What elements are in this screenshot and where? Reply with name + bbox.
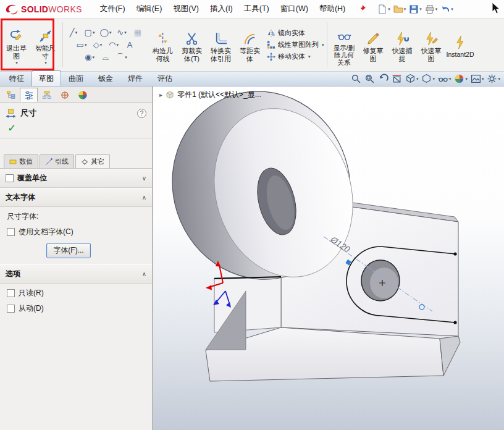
dropdown-caret-icon[interactable]: ▾ xyxy=(92,55,94,60)
model-3d-view[interactable]: Ø120 xyxy=(153,86,504,430)
feature-manager-tab[interactable] xyxy=(2,88,20,102)
menu-file[interactable]: 文件(F) xyxy=(94,1,131,17)
override-units-header[interactable]: 覆盖单位 ∨ xyxy=(0,169,152,188)
dropdown-caret-icon[interactable]: ▾ xyxy=(124,30,127,35)
menu-window[interactable]: 窗口(W) xyxy=(275,1,314,17)
sketch-fillet-button[interactable]: ⌒▾ xyxy=(114,51,130,63)
sketch-endpoint[interactable] xyxy=(453,321,456,324)
dropdown-caret-icon[interactable]: ▾ xyxy=(100,43,103,48)
dropdown-caret-icon[interactable]: ▾ xyxy=(416,77,419,82)
graphics-viewport[interactable]: ▸ 零件1 (默认<<默认>_显... xyxy=(153,86,504,430)
dropdown-caret-icon[interactable]: ▾ xyxy=(85,43,87,48)
breadcrumb-text[interactable]: 零件1 (默认<<默认>_显... xyxy=(177,90,261,100)
dropdown-caret-icon[interactable]: ▾ xyxy=(116,43,119,48)
view-orientation-button[interactable]: ▾ xyxy=(405,74,419,84)
override-units-checkbox[interactable] xyxy=(6,174,14,182)
read-only-row[interactable]: 只读(R) xyxy=(7,288,145,298)
convert-entities-button[interactable]: 转换实体引用 xyxy=(206,27,235,63)
breadcrumb[interactable]: ▸ 零件1 (默认<<默认>_显... xyxy=(159,90,261,100)
save-button[interactable]: ▾ xyxy=(408,3,423,15)
dropdown-caret-icon[interactable]: ▾ xyxy=(44,61,47,65)
sketch-polygon-button[interactable]: ◇▾ xyxy=(90,39,106,51)
apply-scene-button[interactable]: ▾ xyxy=(471,74,484,84)
new-document-button[interactable]: ▾ xyxy=(376,3,392,15)
print-button[interactable]: ▾ xyxy=(424,3,439,15)
property-manager-tab[interactable] xyxy=(20,88,38,102)
chevron-up-icon[interactable]: ∧ xyxy=(142,271,146,277)
dropdown-caret-icon[interactable]: ▾ xyxy=(93,30,95,35)
menu-edit[interactable]: 编辑(E) xyxy=(131,1,168,17)
display-style-button[interactable]: ▾ xyxy=(421,74,435,84)
dropdown-caret-icon[interactable]: ▾ xyxy=(404,7,406,12)
expand-arrow-icon[interactable]: ▸ xyxy=(159,91,162,98)
view-settings-button[interactable]: ▾ xyxy=(487,74,500,84)
dropdown-caret-icon[interactable]: ▾ xyxy=(465,77,468,82)
tab-surfaces[interactable]: 曲面 xyxy=(61,70,91,86)
exit-sketch-button[interactable]: 退出草图 ▾ xyxy=(2,25,31,65)
section-view-button[interactable] xyxy=(392,74,402,84)
display-delete-relations-button[interactable]: 显示/删除几何关系 xyxy=(330,24,359,66)
sketch-spline-button[interactable]: ∿▾ xyxy=(114,27,130,38)
help-icon[interactable]: ? xyxy=(137,109,146,118)
dropdown-caret-icon[interactable]: ▾ xyxy=(498,77,500,82)
menu-help[interactable]: 帮助(H) xyxy=(314,1,351,17)
sketch-perimeter-circle-button[interactable]: ◉▾ xyxy=(82,51,98,63)
tab-weldments[interactable]: 焊件 xyxy=(120,70,150,86)
instant2d-button[interactable]: Instant2D xyxy=(446,31,475,59)
chevron-down-icon[interactable]: ∨ xyxy=(142,175,146,182)
use-document-font-row[interactable]: 使用文档字体(C) xyxy=(7,227,145,237)
dropdown-caret-icon[interactable]: ▾ xyxy=(388,7,390,12)
menu-tools[interactable]: 工具(T) xyxy=(238,1,275,17)
hide-show-items-button[interactable]: ▾ xyxy=(438,74,452,84)
tab-sheet-metal[interactable]: 钣金 xyxy=(91,70,120,86)
tab-sketch[interactable]: 草图 xyxy=(32,70,61,86)
pin-menu-icon[interactable] xyxy=(357,4,366,14)
trim-entities-button[interactable]: 剪裁实体(T) xyxy=(177,27,206,63)
dropdown-caret-icon[interactable]: ▾ xyxy=(75,30,78,35)
driven-row[interactable]: 从动(D) xyxy=(7,303,145,314)
previous-view-button[interactable] xyxy=(378,74,388,84)
dropdown-caret-icon[interactable]: ▾ xyxy=(451,7,453,12)
dropdown-caret-icon[interactable]: ▾ xyxy=(308,54,311,59)
zoom-fit-button[interactable] xyxy=(351,74,361,84)
sketch-slot-button[interactable]: ⌓ xyxy=(98,51,114,63)
font-button[interactable]: 字体(F)... xyxy=(46,243,91,258)
sketch-endpoint[interactable] xyxy=(453,252,456,255)
sketch-rectangle-button[interactable]: ▢▾ xyxy=(82,27,98,38)
tab-leaders[interactable]: 引线 xyxy=(40,154,74,168)
display-manager-tab[interactable] xyxy=(74,88,91,102)
tab-value[interactable]: 数值 xyxy=(4,154,38,168)
dropdown-caret-icon[interactable]: ▾ xyxy=(482,77,484,82)
text-font-header[interactable]: 文本字体 ∧ xyxy=(0,188,152,207)
sketch-circle-button[interactable]: ◯▾ xyxy=(98,27,114,38)
mirror-entities-button[interactable]: 镜向实体 xyxy=(267,28,324,38)
tab-features[interactable]: 特征 xyxy=(2,70,32,86)
dropdown-caret-icon[interactable]: ▾ xyxy=(15,61,18,65)
undo-button[interactable]: ▾ xyxy=(439,3,455,15)
linear-sketch-pattern-button[interactable]: 线性草图阵列 ▾ xyxy=(267,40,324,49)
use-document-font-checkbox[interactable] xyxy=(7,228,15,236)
dropdown-caret-icon[interactable]: ▾ xyxy=(419,7,422,12)
options-header[interactable]: 选项 ∧ xyxy=(0,264,152,284)
driven-checkbox[interactable] xyxy=(7,305,15,313)
repair-sketch-button[interactable]: 修复草图 xyxy=(359,27,388,63)
sketch-center-rectangle-button[interactable]: ▭▾ xyxy=(74,39,90,51)
smart-dimension-button[interactable]: 智能尺寸 ▾ xyxy=(31,25,60,65)
dropdown-caret-icon[interactable]: ▾ xyxy=(435,7,438,12)
read-only-checkbox[interactable] xyxy=(7,289,15,297)
open-document-button[interactable]: ▾ xyxy=(392,3,408,15)
dropdown-caret-icon[interactable]: ▾ xyxy=(125,55,127,60)
dimxpert-manager-tab[interactable] xyxy=(56,88,74,102)
ok-check-icon[interactable]: ✓ xyxy=(7,122,16,134)
chevron-up-icon[interactable]: ∧ xyxy=(142,194,146,201)
sketch-line-button[interactable]: ╱▾ xyxy=(65,27,82,38)
dropdown-caret-icon[interactable]: ▾ xyxy=(109,30,112,35)
sketch-arc-button[interactable]: ◠▾ xyxy=(106,39,122,51)
sketch-text-button[interactable]: A xyxy=(122,39,138,51)
base-slab-end-face[interactable] xyxy=(440,336,460,376)
configuration-manager-tab[interactable] xyxy=(38,88,56,102)
move-entities-button[interactable]: 移动实体 ▾ xyxy=(267,52,324,61)
dropdown-caret-icon[interactable]: ▾ xyxy=(449,77,452,82)
dropdown-caret-icon[interactable]: ▾ xyxy=(432,77,435,82)
offset-entities-button[interactable]: 等距实体 xyxy=(235,27,264,63)
